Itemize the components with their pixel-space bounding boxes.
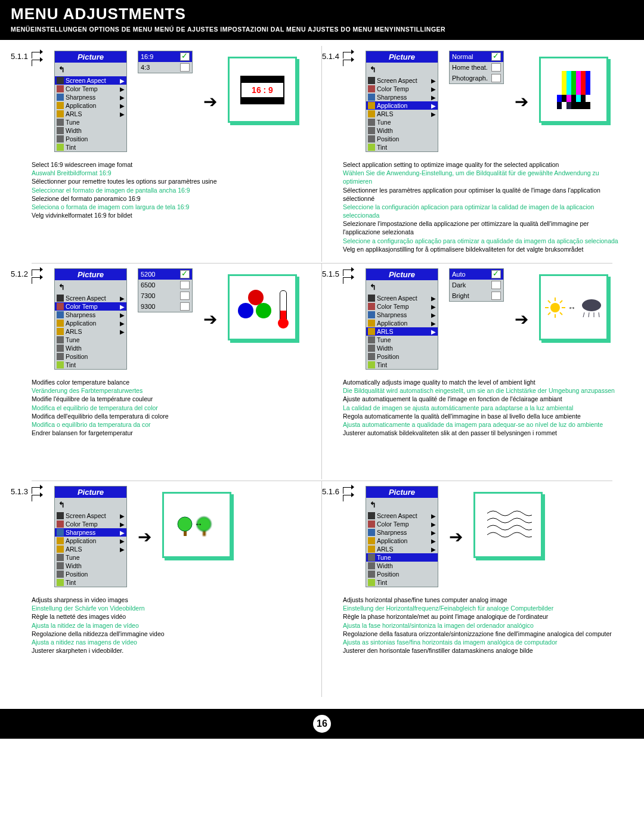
menu-icon xyxy=(57,579,64,586)
menu-item-tune[interactable]: Tune xyxy=(55,336,126,344)
menu-item-sharpness[interactable]: Sharpness ▶ xyxy=(366,528,438,537)
menu-item-application[interactable]: Application ▶ xyxy=(55,319,126,327)
menu-item-tint[interactable]: Tint xyxy=(366,143,438,151)
menu-item-tune[interactable]: Tune xyxy=(55,553,126,562)
menu-item-arls[interactable]: ARLS ▶ xyxy=(55,110,126,118)
menu-item-color-temp[interactable]: Color Temp ▶ xyxy=(55,85,126,93)
menu-icon xyxy=(57,328,64,335)
checkbox-icon xyxy=(491,292,501,300)
menu-item-color-temp[interactable]: Color Temp ▶ xyxy=(366,520,438,528)
submenu-item[interactable]: 7300 xyxy=(138,290,192,301)
submenu-label: Photograph. xyxy=(452,75,489,82)
menu-item-width[interactable]: Width xyxy=(55,562,126,570)
menu-item-tune[interactable]: Tune xyxy=(366,336,438,344)
menu-item-position[interactable]: Position xyxy=(366,352,438,361)
submenu-item[interactable]: 4:3 xyxy=(138,62,192,73)
menu-icon xyxy=(57,135,64,142)
submenu-item[interactable]: 5200 xyxy=(138,269,192,280)
menu-icon xyxy=(368,110,375,117)
menu-item-screen-aspect[interactable]: Screen Aspect ▶ xyxy=(55,294,126,302)
menu-item-screen-aspect[interactable]: Screen Aspect ▶ xyxy=(55,512,126,520)
submenu-item[interactable]: 6500 xyxy=(138,280,192,290)
menu-item-position[interactable]: Position xyxy=(55,352,126,361)
back-icon[interactable]: ↰ xyxy=(366,280,438,294)
menu-item-width[interactable]: Width xyxy=(55,126,126,135)
section-5.1.1: 5.1.1 Picture ↰ Screen Aspect ▶ Color Te… xyxy=(11,46,322,262)
submenu-item[interactable]: 9300 xyxy=(138,301,192,312)
menu-item-tint[interactable]: Tint xyxy=(55,361,126,369)
menu-item-position[interactable]: Position xyxy=(366,570,438,578)
menu-item-label: Screen Aspect xyxy=(66,512,118,519)
menu-item-tune[interactable]: Tune xyxy=(366,118,438,126)
menu-item-arls[interactable]: ARLS ▶ xyxy=(366,110,438,118)
desc-line: Velg vidvinkelformatet 16:9 for bildet xyxy=(32,211,315,219)
menu-item-width[interactable]: Width xyxy=(366,126,438,135)
menu-item-width[interactable]: Width xyxy=(366,562,438,570)
back-icon[interactable]: ↰ xyxy=(55,498,126,512)
submenu-item[interactable]: Dark xyxy=(450,280,503,290)
chevron-right-icon: ▶ xyxy=(431,529,436,536)
back-icon[interactable]: ↰ xyxy=(366,63,438,76)
desc-line: Selezionare l'impostazione della applica… xyxy=(343,219,627,236)
desc-line: Select application setting to optimize i… xyxy=(343,160,627,169)
menu-item-application[interactable]: Application ▶ xyxy=(55,101,126,110)
menu-icon xyxy=(57,94,64,101)
menu-icon xyxy=(57,295,64,302)
menu-item-sharpness[interactable]: Sharpness ▶ xyxy=(55,311,126,319)
menu-item-sharpness[interactable]: Sharpness ▶ xyxy=(55,93,126,101)
menu-item-color-temp[interactable]: Color Temp ▶ xyxy=(55,302,126,311)
submenu-item[interactable]: Normal xyxy=(450,51,503,62)
menu-item-application[interactable]: Application ▶ xyxy=(55,537,126,545)
menu-icon xyxy=(368,119,375,126)
menu-item-label: Tint xyxy=(66,361,125,368)
menu-item-color-temp[interactable]: Color Temp ▶ xyxy=(55,520,126,528)
menu-item-arls[interactable]: ARLS ▶ xyxy=(55,545,126,553)
menu-item-width[interactable]: Width xyxy=(366,344,438,352)
page-number: 16 xyxy=(313,715,331,733)
svg-line-13 xyxy=(599,312,599,317)
menu-item-screen-aspect[interactable]: Screen Aspect ▶ xyxy=(366,294,438,302)
menu-item-position[interactable]: Position xyxy=(366,135,438,143)
menu-item-label: Color Temp xyxy=(377,303,429,310)
chevron-right-icon: ▶ xyxy=(120,86,125,92)
menu-item-screen-aspect[interactable]: Screen Aspect ▶ xyxy=(366,76,438,85)
menu-item-arls[interactable]: ARLS ▶ xyxy=(55,327,126,336)
menu-item-tint[interactable]: Tint xyxy=(55,578,126,587)
menu-item-arls[interactable]: ARLS ▶ xyxy=(366,545,438,553)
menu-item-width[interactable]: Width xyxy=(55,344,126,352)
menu-item-application[interactable]: Application ▶ xyxy=(366,319,438,327)
menu-item-sharpness[interactable]: Sharpness ▶ xyxy=(55,528,126,537)
menu-item-tint[interactable]: Tint xyxy=(55,143,126,151)
level-indicator xyxy=(32,268,44,284)
menu-item-application[interactable]: Application ▶ xyxy=(366,537,438,545)
menu-item-sharpness[interactable]: Sharpness ▶ xyxy=(366,93,438,101)
menu-item-tint[interactable]: Tint xyxy=(366,578,438,587)
arrow-right-icon: ➔ xyxy=(515,309,528,329)
submenu-item[interactable]: 16:9 xyxy=(138,51,192,62)
menu-item-application[interactable]: Application ▶ xyxy=(366,101,438,110)
menu-icon xyxy=(368,102,375,109)
menu-item-color-temp[interactable]: Color Temp ▶ xyxy=(366,85,438,93)
menu-item-tint[interactable]: Tint xyxy=(366,361,438,369)
menu-icon xyxy=(57,512,64,519)
back-icon[interactable]: ↰ xyxy=(55,280,126,294)
menu-title: Picture xyxy=(55,487,126,498)
submenu-item[interactable]: Auto xyxy=(450,269,503,280)
menu-item-tune[interactable]: Tune xyxy=(55,118,126,126)
menu-item-sharpness[interactable]: Sharpness ▶ xyxy=(366,311,438,319)
submenu-item[interactable]: Bright xyxy=(450,290,503,301)
menu-item-color-temp[interactable]: Color Temp ▶ xyxy=(366,302,438,311)
back-icon[interactable]: ↰ xyxy=(55,63,126,76)
menu-item-tune[interactable]: Tune xyxy=(366,553,438,562)
menu-item-position[interactable]: Position xyxy=(55,570,126,578)
back-icon[interactable]: ↰ xyxy=(366,498,438,512)
menu-item-screen-aspect[interactable]: Screen Aspect ▶ xyxy=(55,76,126,85)
chevron-right-icon: ▶ xyxy=(120,513,125,519)
menu-item-position[interactable]: Position xyxy=(55,135,126,143)
submenu-item[interactable]: Photograph. xyxy=(450,73,503,83)
menu-icon xyxy=(57,336,64,343)
menu-item-arls[interactable]: ARLS ▶ xyxy=(366,327,438,336)
submenu-item[interactable]: Home theat. xyxy=(450,62,503,73)
menu-item-screen-aspect[interactable]: Screen Aspect ▶ xyxy=(366,512,438,520)
chevron-right-icon: ▶ xyxy=(120,312,125,318)
